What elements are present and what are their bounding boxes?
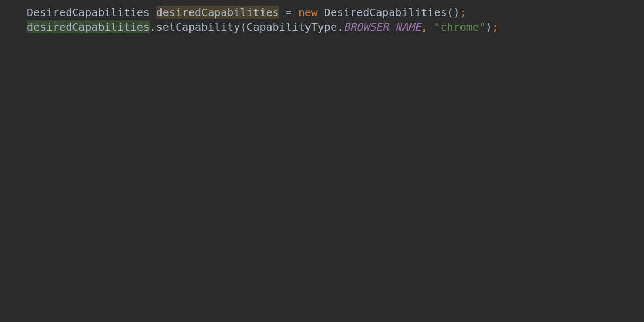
token-variable-declaration: desiredCapabilities [156, 6, 279, 19]
token-semicolon: ; [492, 20, 499, 33]
code-line: desiredCapabilities.setCapability(Capabi… [27, 20, 644, 34]
token-keyword-new: new [298, 6, 318, 19]
token-semicolon: ; [460, 6, 466, 19]
token-type: DesiredCapabilities [27, 6, 156, 19]
code-line: DesiredCapabilities desiredCapabilities … [27, 5, 644, 20]
token-constant: BROWSER_NAME [343, 20, 421, 33]
token-variable-ref: desiredCapabilities [27, 20, 150, 33]
token-operator: = [279, 6, 298, 19]
token-constructor-call: DesiredCapabilities() [318, 6, 460, 19]
code-editor[interactable]: DesiredCapabilities desiredCapabilities … [0, 0, 644, 34]
token-method-call: .setCapability(CapabilityType. [150, 20, 343, 33]
token-string: "chrome" [434, 20, 486, 33]
token-paren: ) [486, 20, 492, 33]
token-comma: , [421, 20, 434, 33]
